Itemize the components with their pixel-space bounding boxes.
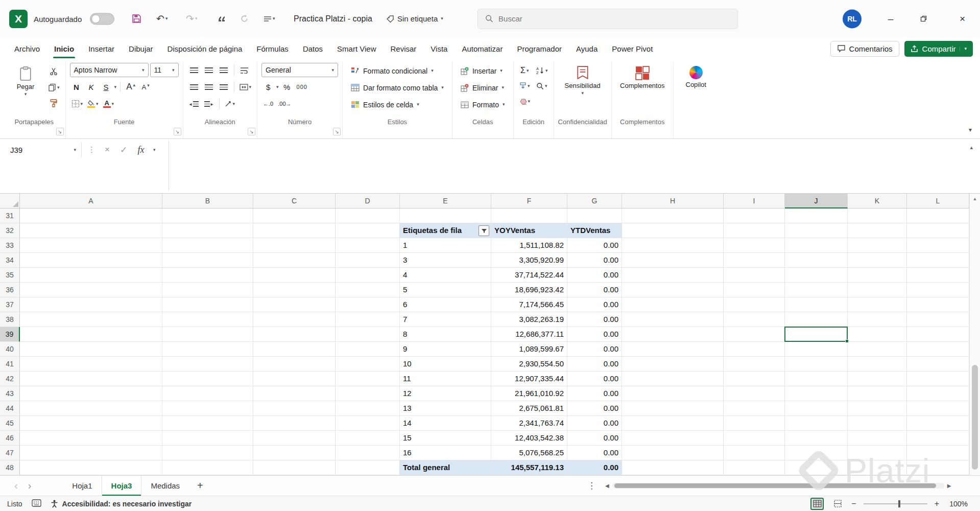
column-header-J[interactable]: J: [785, 194, 848, 208]
cell-J40[interactable]: [785, 342, 848, 357]
vertical-scrollbar[interactable]: ▲: [969, 194, 980, 475]
font-color-button[interactable]: A ▾: [102, 97, 116, 110]
avatar[interactable]: RL: [843, 9, 862, 28]
cell-A37[interactable]: [20, 297, 162, 312]
cell-J43[interactable]: [785, 386, 848, 401]
save-button[interactable]: [129, 10, 145, 28]
menu-tab-power-pivot[interactable]: Power Pivot: [605, 37, 660, 60]
cell-B44[interactable]: [162, 401, 253, 416]
comma-style-button[interactable]: 000: [295, 80, 309, 94]
paste-button[interactable]: Pegar ▾: [7, 63, 44, 116]
cell-L38[interactable]: [907, 312, 969, 327]
cell-C40[interactable]: [253, 342, 336, 357]
cell-E36[interactable]: 5: [400, 283, 491, 297]
cell-D31[interactable]: [336, 208, 400, 223]
align-middle-button[interactable]: [202, 63, 216, 77]
cell-K36[interactable]: [848, 283, 907, 297]
decrease-font-size-button[interactable]: A▾: [139, 80, 152, 94]
cell-I36[interactable]: [724, 283, 785, 297]
column-header-F[interactable]: F: [491, 194, 567, 208]
cell-E35[interactable]: 4: [400, 268, 491, 283]
menu-tab-smart-view[interactable]: Smart View: [330, 37, 383, 60]
sensitivity-tag-button[interactable]: Sin etiqueta ▾: [382, 10, 447, 28]
cell-I41[interactable]: [724, 357, 785, 371]
alignment-dialog-launcher[interactable]: ↘: [248, 128, 255, 135]
row-header-32[interactable]: 32: [0, 223, 20, 238]
row-header-42[interactable]: 42: [0, 371, 20, 386]
cancel-entry-button[interactable]: ×: [100, 143, 114, 156]
cell-H44[interactable]: [622, 401, 724, 416]
cell-E48[interactable]: Total general: [400, 460, 491, 475]
cell-B45[interactable]: [162, 416, 253, 431]
cell-L43[interactable]: [907, 386, 969, 401]
cell-H47[interactable]: [622, 446, 724, 460]
cell-B43[interactable]: [162, 386, 253, 401]
redo-button[interactable]: ↷▾: [183, 10, 200, 28]
cell-C34[interactable]: [253, 253, 336, 268]
macro-record-icon[interactable]: [32, 499, 41, 508]
view-page-break-button[interactable]: [831, 498, 844, 510]
merge-center-button[interactable]: ▾: [238, 80, 253, 94]
cell-L45[interactable]: [907, 416, 969, 431]
cell-B42[interactable]: [162, 371, 253, 386]
clear-button[interactable]: ▾: [518, 95, 532, 108]
cell-H46[interactable]: [622, 431, 724, 446]
cell-F34[interactable]: 3,305,920.99: [491, 253, 567, 268]
cell-D47[interactable]: [336, 446, 400, 460]
cell-B35[interactable]: [162, 268, 253, 283]
horizontal-scroll-thumb[interactable]: [614, 483, 936, 488]
cell-E39[interactable]: 8: [400, 327, 491, 342]
cell-F33[interactable]: 1,511,108.82: [491, 238, 567, 253]
cell-J46[interactable]: [785, 431, 848, 446]
number-dialog-launcher[interactable]: ↘: [333, 128, 341, 135]
cell-J36[interactable]: [785, 283, 848, 297]
cell-L40[interactable]: [907, 342, 969, 357]
row-header-35[interactable]: 35: [0, 268, 20, 283]
cell-H38[interactable]: [622, 312, 724, 327]
cell-F31[interactable]: [491, 208, 567, 223]
cell-D48[interactable]: [336, 460, 400, 475]
cell-F40[interactable]: 1,089,599.67: [491, 342, 567, 357]
cell-C37[interactable]: [253, 297, 336, 312]
number-format-combo[interactable]: General▾: [261, 63, 338, 77]
row-header-41[interactable]: 41: [0, 357, 20, 371]
row-header-31[interactable]: 31: [0, 208, 20, 223]
cell-D42[interactable]: [336, 371, 400, 386]
column-header-A[interactable]: A: [20, 194, 162, 208]
cell-H37[interactable]: [622, 297, 724, 312]
decrease-indent-button[interactable]: ◂: [187, 97, 201, 110]
pivot-filter-button[interactable]: [479, 225, 489, 236]
cell-K31[interactable]: [848, 208, 907, 223]
cell-F47[interactable]: 5,076,568.25: [491, 446, 567, 460]
cell-J42[interactable]: [785, 371, 848, 386]
cell-J44[interactable]: [785, 401, 848, 416]
row-header-33[interactable]: 33: [0, 238, 20, 253]
menu-tab-fórmulas[interactable]: Fórmulas: [249, 37, 296, 60]
cell-I31[interactable]: [724, 208, 785, 223]
cell-G34[interactable]: 0.00: [567, 253, 622, 268]
row-header-37[interactable]: 37: [0, 297, 20, 312]
cell-A48[interactable]: [20, 460, 162, 475]
cell-J34[interactable]: [785, 253, 848, 268]
scroll-right-arrow[interactable]: ▶: [947, 483, 951, 489]
cell-I44[interactable]: [724, 401, 785, 416]
cell-E32[interactable]: Etiquetas de fila: [400, 223, 491, 238]
fill-color-button[interactable]: ▾: [86, 97, 100, 110]
quote-icon[interactable]: [214, 10, 229, 28]
increase-font-size-button[interactable]: A▴: [124, 80, 137, 94]
cell-C31[interactable]: [253, 208, 336, 223]
cell-E38[interactable]: 7: [400, 312, 491, 327]
cell-F36[interactable]: 18,696,923.42: [491, 283, 567, 297]
cell-G41[interactable]: 0.00: [567, 357, 622, 371]
menu-tab-disposición-de-página[interactable]: Disposición de página: [160, 37, 250, 60]
cell-J37[interactable]: [785, 297, 848, 312]
cell-A44[interactable]: [20, 401, 162, 416]
cell-J47[interactable]: [785, 446, 848, 460]
row-header-40[interactable]: 40: [0, 342, 20, 357]
cell-I33[interactable]: [724, 238, 785, 253]
cell-G36[interactable]: 0.00: [567, 283, 622, 297]
cell-C45[interactable]: [253, 416, 336, 431]
cell-G31[interactable]: [567, 208, 622, 223]
cell-I32[interactable]: [724, 223, 785, 238]
cell-B41[interactable]: [162, 357, 253, 371]
